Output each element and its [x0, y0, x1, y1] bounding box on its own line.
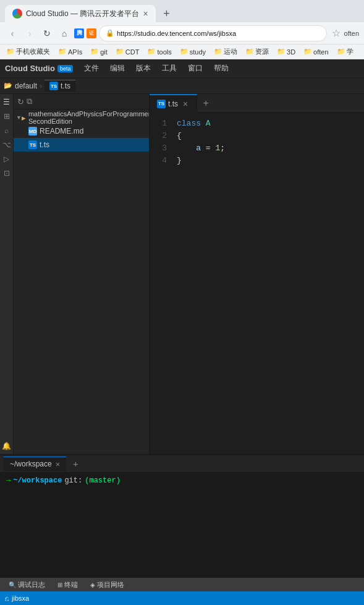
menu-tools[interactable]: 工具 — [157, 61, 182, 76]
menu-version[interactable]: 版本 — [131, 61, 156, 76]
editor-tab-tts[interactable]: TS t.ts × — [150, 94, 197, 113]
back-button[interactable]: ‹ — [5, 26, 20, 41]
chrome-browser: Cloud Studio — 腾讯云开发者平台 × + ‹ › ↻ ⌂ 腾 证 … — [0, 0, 364, 59]
new-tab-btn[interactable]: + — [158, 5, 176, 22]
activity-bar: ☰ ⊞ ⌕ ⌥ ▷ ⊡ 🔔 — [0, 94, 14, 454]
network-label: 项目网络 — [97, 580, 124, 590]
home-button[interactable]: ⌂ — [57, 26, 72, 41]
url-text: https://studio.dev.tencent.com/ws/jibsxa — [117, 30, 236, 37]
bookmark-3d[interactable]: 📁3D — [273, 46, 299, 57]
file-tab-ts-icon: TS — [49, 82, 58, 90]
bookmark-apis[interactable]: 📁APIs — [54, 46, 86, 57]
terminal-label: 终端 — [64, 580, 78, 590]
workspace-name: jibsxa — [12, 594, 29, 602]
editor-tab-ts-icon: TS — [157, 100, 166, 108]
split-icon[interactable]: ⧉ — [27, 97, 32, 106]
menu-window[interactable]: 窗口 — [183, 61, 208, 76]
bookmark-tools[interactable]: 📁tools — [143, 46, 175, 57]
menu-bar: Cloud Studio beta 文件 编辑 版本 工具 窗口 帮助 — [0, 59, 364, 78]
line-numbers: 1 2 3 4 — [150, 113, 172, 454]
menu-file[interactable]: 文件 — [79, 61, 104, 76]
breadcrumb-folder[interactable]: default — [15, 82, 37, 90]
status-terminal[interactable]: ⊞ 终端 — [54, 578, 82, 591]
activity-bell-icon[interactable]: 🔔 — [1, 440, 12, 452]
ts-file-icon: TS — [28, 140, 37, 149]
bookmark-sports[interactable]: 📁运动 — [210, 46, 241, 58]
bookmark-study[interactable]: 📁study — [176, 46, 210, 57]
code-line-2: { — [177, 130, 364, 142]
prompt-git-label: git: — [64, 476, 82, 485]
breadcrumb-file-tab[interactable]: TS t.ts — [44, 80, 75, 92]
code-editor[interactable]: 1 2 3 4 class A { a = 1; } — [150, 113, 364, 454]
chrome-tab[interactable]: Cloud Studio — 腾讯云开发者平台 × — [5, 5, 156, 22]
network-icon: ◈ — [90, 581, 95, 588]
file-explorer: ↻ ⧉ ▼ ▸ mathematicsAndPhysicsForProgramm… — [14, 94, 150, 454]
workspace-icon: ⎌ — [5, 594, 9, 602]
menu-help[interactable]: 帮助 — [209, 61, 234, 76]
terminal-status-icon: ⊞ — [57, 581, 62, 588]
terminal-content[interactable]: → ~/workspace git: (master) — [0, 473, 364, 578]
bookmark-shouji[interactable]: 📁手机收藏夹 — [2, 46, 54, 58]
activity-grid-icon[interactable]: ⊞ — [1, 111, 12, 122]
chrome-tab-bar: Cloud Studio — 腾讯云开发者平台 × + — [0, 0, 364, 22]
file-tree: ▼ ▸ mathematicsAndPhysicsForProgrammers-… — [14, 109, 149, 454]
activity-search-icon[interactable]: ⌕ — [1, 125, 12, 136]
breadcrumb-file: t.ts — [61, 82, 70, 90]
tree-file-readme[interactable]: MD README.md — [14, 124, 149, 138]
tree-root-folder[interactable]: ▼ ▸ mathematicsAndPhysicsForProgrammers-… — [14, 111, 149, 124]
bookmarks-bar: 📁手机收藏夹 📁APIs 📁git 📁CDT 📁tools 📁study 📁运动… — [0, 45, 364, 59]
terminal-prompt-line: → ~/workspace git: (master) — [6, 476, 358, 485]
editor-tab-add-btn[interactable]: + — [197, 94, 214, 113]
main-content: ☰ ⊞ ⌕ ⌥ ▷ ⊡ 🔔 ↻ ⧉ ▼ ▸ mathematicsAndPhys… — [0, 94, 364, 454]
address-bar[interactable]: 🔒 https://studio.dev.tencent.com/ws/jibs… — [99, 25, 327, 41]
chrome-logo — [12, 9, 22, 19]
debug-icon: 🔍 — [9, 581, 16, 588]
chrome-nav-bar: ‹ › ↻ ⌂ 腾 证 🔒 https://studio.dev.tencent… — [0, 22, 364, 45]
bookmark-star-icon[interactable]: ☆ — [332, 27, 341, 39]
refresh-icon[interactable]: ↻ — [17, 97, 24, 106]
sidebar-toolbar: ↻ ⧉ — [14, 94, 149, 109]
editor-tabs-bar: TS t.ts × + — [150, 94, 364, 113]
activity-run-icon[interactable]: ▷ — [1, 153, 12, 165]
prompt-path-text: ~/workspace — [13, 476, 62, 485]
activity-ext-icon[interactable]: ⊡ — [1, 168, 12, 179]
status-debug-logs[interactable]: 🔍 调试日志 — [5, 578, 49, 591]
code-line-1: class A — [177, 118, 364, 130]
often-bookmark-label: often — [344, 30, 359, 37]
terminal-tab-workspace[interactable]: ~/workspace × — [4, 457, 66, 471]
bookmark-git[interactable]: 📁git — [87, 46, 111, 57]
breadcrumb-tabs-bar: 📂 default › TS t.ts — [0, 78, 364, 94]
app-title: Cloud Studio beta — [5, 64, 73, 73]
status-network[interactable]: ◈ 项目网络 — [87, 578, 128, 591]
terminal-tab-close-icon[interactable]: × — [56, 460, 61, 469]
menu-edit[interactable]: 编辑 — [105, 61, 130, 76]
bookmark-xue[interactable]: 📁学 — [333, 46, 357, 58]
code-line-4: } — [177, 155, 364, 167]
editor-panel: TS t.ts × + 1 2 3 4 class A { — [150, 94, 364, 454]
readme-filename: README.md — [40, 127, 83, 135]
terminal-tabs-bar: ~/workspace × + — [0, 455, 364, 473]
tab-close-icon[interactable]: × — [143, 9, 148, 19]
tab-title: Cloud Studio — 腾讯云开发者平台 — [26, 9, 139, 19]
debug-label: 调试日志 — [18, 580, 45, 590]
folder-icon: 📂 — [4, 82, 12, 90]
bookmark-often[interactable]: 📁often — [300, 46, 332, 57]
beta-badge: beta — [57, 65, 74, 72]
tencent-icon: 腾 — [74, 28, 84, 38]
tree-file-tts[interactable]: TS t.ts — [14, 138, 149, 152]
app-name-text: Cloud Studio — [5, 64, 55, 73]
reload-button[interactable]: ↻ — [40, 26, 54, 41]
prompt-arrow-icon: → — [6, 476, 11, 485]
forward-button[interactable]: › — [22, 26, 37, 41]
code-content-area[interactable]: class A { a = 1; } — [172, 113, 364, 454]
bookmark-cdt[interactable]: 📁CDT — [112, 46, 143, 57]
prompt-git-branch-text: (master) — [85, 476, 121, 485]
editor-tab-close-icon[interactable]: × — [182, 99, 189, 109]
editor-tab-label: t.ts — [168, 100, 178, 108]
activity-git-icon[interactable]: ⌥ — [1, 139, 12, 150]
tts-filename: t.ts — [40, 140, 49, 149]
bookmark-resources[interactable]: 📁资源 — [242, 46, 273, 58]
expand-arrow-icon: ▼ — [16, 114, 22, 121]
terminal-add-btn[interactable]: + — [69, 457, 82, 471]
activity-explorer-icon[interactable]: ☰ — [1, 97, 12, 108]
